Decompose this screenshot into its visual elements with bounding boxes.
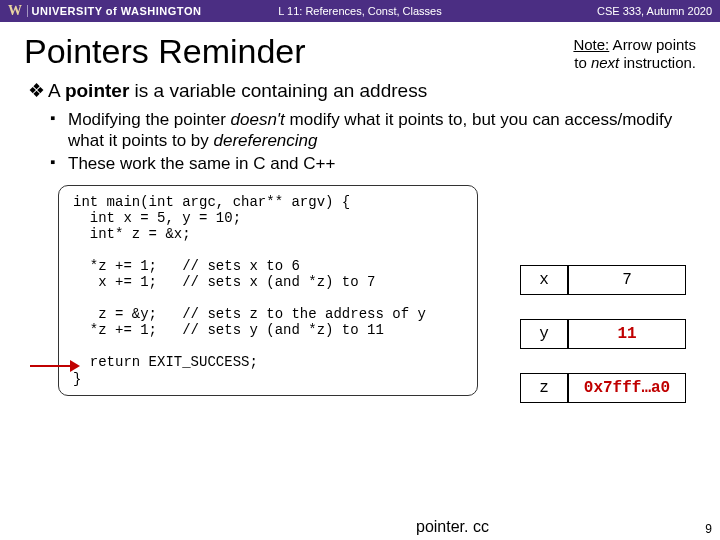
- var-value: 0x7fff…a0: [568, 373, 686, 403]
- square-bullet-icon: ▪: [50, 109, 68, 152]
- var-name: x: [520, 265, 568, 295]
- bullet-text: A pointer is a variable containing an ad…: [48, 79, 427, 103]
- header-bar: W UNIVERSITY of WASHINGTON L 11: Referen…: [0, 0, 720, 22]
- var-value: 11: [568, 319, 686, 349]
- source-filename: pointer. cc: [416, 518, 489, 536]
- memory-row-z: z 0x7fff…a0: [520, 373, 700, 403]
- var-value: 7: [568, 265, 686, 295]
- var-name: y: [520, 319, 568, 349]
- code-block: int main(int argc, char** argv) { int x …: [58, 185, 478, 396]
- bullet-level2: ▪ These work the same in C and C++: [50, 153, 692, 174]
- memory-table: x 7 y 11 z 0x7fff…a0: [520, 265, 700, 427]
- title-row: Pointers Reminder Note: Arrow points to …: [0, 22, 720, 79]
- var-name: z: [520, 373, 568, 403]
- page-title: Pointers Reminder: [24, 32, 573, 71]
- bullet-level1: ❖ A pointer is a variable containing an …: [28, 79, 692, 103]
- bullet-text: These work the same in C and C++: [68, 153, 335, 174]
- memory-row-y: y 11: [520, 319, 700, 349]
- square-bullet-icon: ▪: [50, 153, 68, 174]
- page-number: 9: [705, 522, 712, 536]
- bullet-text: Modifying the pointer doesn't modify wha…: [68, 109, 692, 152]
- bullet-level2: ▪ Modifying the pointer doesn't modify w…: [50, 109, 692, 152]
- diamond-bullet-icon: ❖: [28, 79, 48, 103]
- note-label: Note:: [573, 36, 609, 53]
- lecture-title: L 11: References, Const, Classes: [0, 5, 720, 17]
- memory-row-x: x 7: [520, 265, 700, 295]
- arrow-note: Note: Arrow points to next instruction.: [573, 36, 696, 71]
